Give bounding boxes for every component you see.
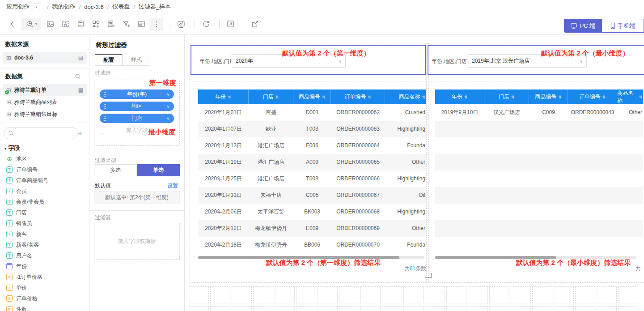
breadcrumb-item[interactable]: 仪表盘 bbox=[112, 3, 130, 11]
sort-icon[interactable]: ⇅ bbox=[511, 95, 515, 99]
field-item[interactable]: #订单价格 bbox=[6, 294, 87, 303]
component-icon[interactable] bbox=[89, 18, 102, 30]
table-header-cell[interactable]: 商品名称⇅ bbox=[617, 89, 643, 104]
chevron-down-icon[interactable]: ∨ bbox=[33, 4, 40, 10]
drag-handle-icon[interactable] bbox=[104, 92, 105, 93]
share-icon[interactable] bbox=[249, 18, 261, 30]
pill-label: 年份(年) bbox=[100, 90, 174, 98]
filter-add-icon[interactable] bbox=[120, 18, 132, 30]
grid-cell bbox=[489, 286, 509, 303]
add-chart-icon[interactable]: ▾ bbox=[21, 18, 41, 30]
sort-icon[interactable]: ⇅ bbox=[602, 95, 606, 99]
chevron-down-icon[interactable]: ∨ bbox=[166, 104, 169, 109]
datasource-item[interactable]: ⊞ doc-3.6 ▤ bbox=[3, 52, 87, 64]
single-select-option[interactable]: 单选 bbox=[137, 164, 180, 176]
field-item[interactable]: T新客/老客 bbox=[6, 240, 87, 250]
panel-icon[interactable]: ▤ bbox=[78, 55, 83, 61]
sort-icon[interactable]: ⇅ bbox=[275, 95, 279, 99]
grid-cell bbox=[296, 306, 316, 311]
panel-icon[interactable]: ▤ bbox=[78, 87, 83, 93]
text-icon[interactable] bbox=[59, 18, 72, 30]
fullscreen-icon[interactable] bbox=[224, 18, 237, 30]
field-item[interactable]: ⊕地区 bbox=[6, 154, 87, 164]
filter-pill[interactable]: 门店∨ bbox=[100, 114, 174, 123]
sort-icon[interactable]: ⇅ bbox=[322, 95, 326, 99]
table-header-cell[interactable]: 订单编号⇅ bbox=[568, 89, 617, 104]
field-item[interactable]: T会员/非会员 bbox=[6, 197, 87, 207]
drag-handle-icon[interactable] bbox=[104, 104, 105, 105]
add-field-button[interactable]: + bbox=[75, 127, 85, 139]
table-header-cell[interactable]: 商品名称⇅ bbox=[385, 89, 426, 104]
dataset-item[interactable]: ⊞雅诗兰黛商品列表 bbox=[3, 96, 87, 108]
field-type-icon-text: T bbox=[6, 177, 13, 183]
app-grid-icon: ⊞ bbox=[6, 55, 11, 61]
field-item[interactable]: T用户名 bbox=[6, 251, 87, 260]
table-header-cell[interactable]: 商品编号⇅ bbox=[293, 89, 331, 104]
field-item[interactable]: T会员 bbox=[6, 186, 87, 196]
multi-select-option[interactable]: 多选 bbox=[94, 164, 137, 176]
breadcrumb-item[interactable]: doc-3.6 bbox=[84, 4, 103, 10]
resize-handle[interactable] bbox=[425, 273, 432, 278]
field-item[interactable]: T门店 bbox=[6, 208, 87, 217]
column-label: 年份 bbox=[215, 93, 226, 101]
field-label: 门店 bbox=[16, 209, 27, 217]
more-icon[interactable]: ⋮ bbox=[150, 18, 163, 30]
field-item[interactable]: T销售员 bbox=[6, 218, 87, 228]
preview-icon[interactable] bbox=[175, 18, 187, 30]
fields-section-header[interactable]: ▾字段 bbox=[4, 144, 20, 152]
filter-pill[interactable]: 地区∨ bbox=[100, 102, 174, 111]
field-item[interactable]: T订单编号 bbox=[6, 165, 87, 175]
tab-config[interactable]: 配置 bbox=[95, 54, 123, 66]
field-item[interactable]: #件数 bbox=[6, 304, 87, 311]
table-header-cell[interactable]: 门店⇅ bbox=[249, 89, 293, 104]
field-search-input[interactable] bbox=[4, 127, 78, 139]
table-header-cell[interactable]: 年份⇅ bbox=[435, 89, 484, 104]
table-cell: 梅龙镇伊势丹 bbox=[249, 237, 293, 253]
field-item[interactable]: T新客 bbox=[6, 229, 87, 239]
table-cell: 2019年9月10日 bbox=[435, 104, 484, 121]
sort-icon[interactable]: ⇅ bbox=[639, 95, 642, 99]
sort-icon[interactable]: ⇅ bbox=[558, 95, 562, 99]
metric-dropzone[interactable]: 拖入字段或指标 bbox=[94, 223, 180, 260]
dataset-item[interactable]: ⊞雅诗兰黛销售目标 bbox=[3, 108, 87, 120]
filter-config-icon[interactable] bbox=[105, 18, 117, 30]
field-label: 订单价格 bbox=[16, 295, 38, 302]
search-icon[interactable] bbox=[75, 73, 81, 81]
table-cell: E009 bbox=[293, 220, 331, 237]
table-header-cell[interactable]: 门店⇅ bbox=[484, 89, 529, 104]
table-cell bbox=[568, 154, 617, 170]
chevron-down-icon[interactable]: ∨ bbox=[166, 92, 169, 97]
table-header-cell[interactable]: 订单编号⇅ bbox=[331, 89, 385, 104]
table-cell: A009 bbox=[293, 154, 331, 170]
tab-style[interactable]: 样式 bbox=[123, 54, 150, 66]
chevron-down-icon[interactable]: ∨ bbox=[166, 116, 169, 121]
back-icon[interactable] bbox=[6, 18, 19, 30]
table-header-cell[interactable]: 年份⇅ bbox=[198, 89, 249, 104]
sort-icon[interactable]: ⇅ bbox=[464, 95, 468, 99]
filter-pill[interactable]: 年份(年)∨ bbox=[100, 89, 174, 99]
image-icon[interactable] bbox=[44, 18, 56, 30]
field-item[interactable]: #单价 bbox=[6, 283, 87, 293]
field-item[interactable]: T订单商品编号 bbox=[6, 175, 87, 185]
drag-handle-icon[interactable] bbox=[104, 116, 105, 117]
sort-icon[interactable]: ⇅ bbox=[368, 95, 371, 99]
dataset-item[interactable]: ⊞✓雅诗兰黛订单▤ bbox=[3, 84, 87, 96]
table-cell bbox=[617, 220, 643, 237]
sort-icon[interactable]: ⇅ bbox=[228, 95, 231, 99]
refresh-icon[interactable] bbox=[199, 18, 212, 30]
mobile-view-button[interactable]: 手机端 bbox=[602, 19, 644, 33]
field-type-icon-text: T bbox=[6, 188, 13, 194]
tab-container-icon[interactable] bbox=[135, 18, 148, 30]
dataset-label: 雅诗兰黛销售目标 bbox=[14, 111, 57, 118]
field-item[interactable]: #-1订单价格 bbox=[6, 272, 87, 282]
field-type-icon-text: T bbox=[6, 166, 13, 173]
breadcrumb-item[interactable]: 应用创作 bbox=[6, 3, 30, 11]
table-header-cell[interactable]: 商品编号⇅ bbox=[529, 89, 568, 104]
field-item[interactable]: 年份 bbox=[6, 261, 87, 271]
breadcrumb-item[interactable]: 我的创作 bbox=[52, 3, 76, 11]
sort-icon[interactable]: ⇅ bbox=[422, 95, 425, 99]
breadcrumb-item[interactable]: 过滤器_样本 bbox=[139, 3, 171, 11]
pc-view-button[interactable]: PC 端 bbox=[564, 19, 602, 33]
note-icon[interactable] bbox=[74, 18, 87, 30]
default-value-set-link[interactable]: 设置 bbox=[167, 182, 178, 190]
